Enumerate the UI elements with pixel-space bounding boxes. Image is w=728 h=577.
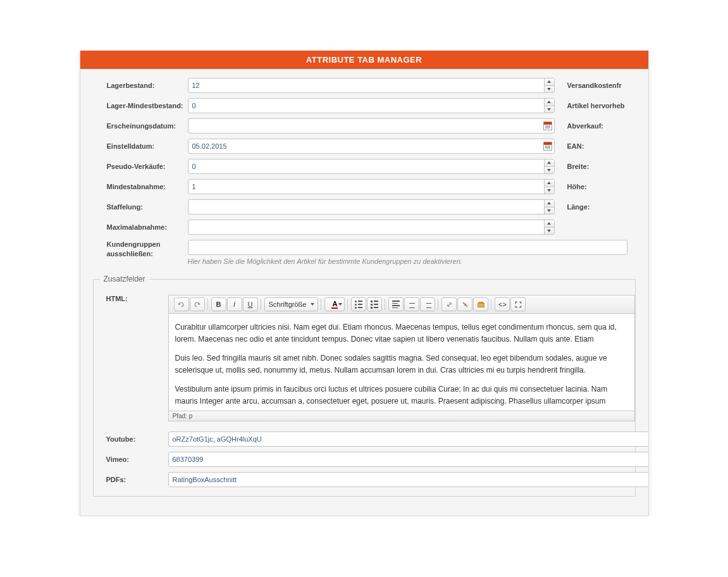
spinner-down-icon[interactable] (545, 167, 554, 174)
editor-p1: Curabitur ullamcorper ultricies nisi. Na… (175, 321, 628, 345)
main-form: Lagerbestand: Versandkostenfr Lager-Mind… (80, 69, 648, 516)
fullscreen-button[interactable] (510, 297, 526, 311)
input-kundengruppen[interactable] (188, 240, 627, 255)
align-right-button[interactable] (420, 297, 435, 311)
spinner-down-icon[interactable] (545, 187, 554, 194)
label-ean: EAN: (555, 142, 643, 150)
label-erscheinungsdatum: Erscheinungsdatum: (80, 122, 188, 130)
row-pseudoverkaeufe: Pseudo-Verkäufe: Breite: (80, 156, 648, 177)
bullet-list-button[interactable] (351, 297, 366, 311)
spinner-pseudoverkaeufe[interactable] (544, 159, 554, 173)
spinner-up-icon[interactable] (545, 180, 554, 187)
titlebar: ATTRIBUTE TAB MANAGER (80, 51, 648, 69)
editor-toolbar: B I U Schriftgröße A (168, 295, 635, 313)
label-einstelldatum: Einstelldatum: (80, 142, 188, 150)
hint-kundengruppen: Hier haben Sie die Möglichkeit den Artik… (188, 255, 627, 265)
row-erscheinungsdatum: Erscheinungsdatum: Abverkauf: (80, 116, 648, 136)
label-html: HTML: (94, 295, 168, 302)
calendar-icon[interactable] (543, 142, 552, 151)
label-pseudoverkaeufe: Pseudo-Verkäufe: (80, 163, 188, 170)
underline-button[interactable]: U (243, 297, 258, 311)
italic-button[interactable]: I (227, 297, 242, 311)
input-vimeo[interactable] (168, 452, 649, 467)
media-button[interactable] (473, 297, 488, 311)
spinner-mindestabnahme[interactable] (544, 180, 554, 194)
row-lagerbestand: Lagerbestand: Versandkostenfr (80, 75, 648, 96)
row-vimeo: Vimeo: (94, 449, 635, 469)
editor-content[interactable]: Curabitur ullamcorper ultricies nisi. Na… (168, 313, 635, 411)
row-einstelldatum: Einstelldatum: EAN: (80, 136, 648, 156)
input-pseudoverkaeufe[interactable] (188, 159, 555, 174)
spinner-up-icon[interactable] (545, 220, 554, 228)
calendar-icon[interactable] (543, 121, 552, 130)
spinner-down-icon[interactable] (545, 86, 554, 93)
redo-button[interactable] (190, 297, 205, 311)
label-abverkauf: Abverkauf: (555, 122, 643, 130)
spinner-up-icon[interactable] (545, 159, 554, 167)
unlink-button[interactable] (457, 297, 472, 311)
spinner-up-icon[interactable] (545, 99, 554, 106)
svg-rect-1 (479, 302, 483, 303)
editor-p3: Vestibulum ante ipsum primis in faucibus… (175, 383, 628, 407)
spinner-down-icon[interactable] (545, 228, 554, 235)
input-mindestabnahme[interactable] (188, 179, 555, 194)
fontsize-select[interactable]: Schriftgröße (264, 297, 319, 311)
label-maximalabnahme: Maximalabnahme: (80, 223, 188, 231)
row-lagermindest: Lager-Mindestbestand: Artikel hervorheb (80, 96, 648, 116)
row-html: HTML: B I U (94, 292, 635, 424)
label-lagermindest: Lager-Mindestbestand: (80, 102, 188, 109)
legend-zusatzfelder: Zusatzfelder (100, 275, 149, 283)
label-lagerbestand: Lagerbestand: (80, 82, 188, 89)
row-mindestabnahme: Mindestabnahme: Höhe: (80, 177, 648, 197)
input-maximalabnahme[interactable] (188, 220, 555, 235)
label-artikelhervorheben: Artikel hervorheb (555, 102, 643, 109)
label-vimeo: Vimeo: (94, 456, 168, 463)
window: ATTRIBUTE TAB MANAGER Lagerbestand: Vers… (80, 51, 649, 516)
input-lagerbestand[interactable] (188, 78, 555, 93)
label-versandkostenfrei: Versandkostenfr (555, 82, 643, 89)
fieldset-zusatzfelder: Zusatzfelder HTML: B I (93, 279, 636, 497)
spinner-up-icon[interactable] (545, 200, 554, 208)
spinner-down-icon[interactable] (545, 208, 554, 214)
input-lagermindest[interactable] (188, 98, 555, 113)
undo-button[interactable] (174, 297, 189, 311)
label-youtube: Youtube: (94, 435, 168, 443)
label-staffelung: Staffelung: (80, 203, 188, 211)
source-button[interactable]: <> (495, 297, 510, 311)
row-staffelung: Staffelung: Länge: (80, 197, 648, 217)
row-kundengruppen: Kundengruppen ausschließen: Hier haben S… (80, 237, 648, 268)
label-hoehe: Höhe: (555, 183, 643, 190)
input-einstelldatum[interactable] (188, 139, 555, 154)
align-center-button[interactable] (404, 297, 419, 311)
link-button[interactable] (441, 297, 457, 311)
spinner-up-icon[interactable] (545, 78, 554, 86)
spinner-lagerbestand[interactable] (544, 78, 554, 92)
label-laenge: Länge: (555, 203, 643, 211)
spinner-staffelung[interactable] (544, 200, 554, 214)
input-youtube[interactable] (168, 431, 649, 447)
align-left-button[interactable] (388, 297, 404, 311)
editor-status: Pfad: p (168, 411, 635, 421)
input-staffelung[interactable] (188, 199, 555, 214)
row-pdfs: PDFs: (94, 469, 635, 490)
row-maximalabnahme: Maximalabnahme: (80, 217, 648, 237)
label-kundengruppen: Kundengruppen ausschließen: (80, 240, 188, 259)
number-list-button[interactable] (367, 297, 382, 311)
input-erscheinungsdatum[interactable] (188, 118, 555, 133)
label-pdfs: PDFs: (94, 476, 168, 483)
svg-rect-0 (478, 303, 484, 307)
bold-button[interactable]: B (211, 297, 226, 311)
spinner-maximalabnahme[interactable] (544, 220, 554, 234)
fontcolor-button[interactable]: A (324, 297, 345, 311)
label-mindestabnahme: Mindestabnahme: (80, 183, 188, 190)
spinner-lagermindest[interactable] (544, 99, 554, 113)
spinner-down-icon[interactable] (545, 106, 554, 113)
row-youtube: Youtube: (94, 429, 635, 449)
editor-p2: Duis leo. Sed fringilla mauris sit amet … (175, 352, 628, 376)
label-breite: Breite: (555, 163, 643, 170)
input-pdfs[interactable] (168, 472, 649, 487)
